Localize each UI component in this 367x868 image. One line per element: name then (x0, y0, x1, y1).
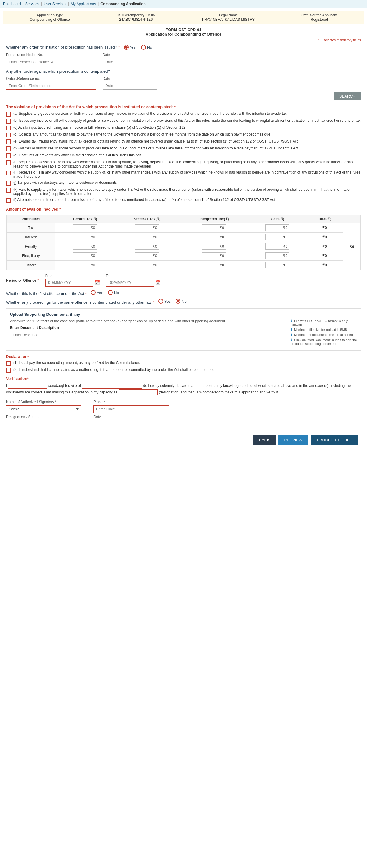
col-state: State/UT Tax(₹) (115, 215, 179, 223)
doc-desc-input[interactable] (10, 331, 88, 339)
declaration-checkbox-1[interactable] (6, 361, 11, 366)
fine-central[interactable] (55, 251, 115, 260)
prosecution-date-input[interactable] (103, 58, 157, 66)
verify-designation-input[interactable] (118, 389, 158, 395)
tax-cess[interactable] (249, 223, 306, 232)
violation-checkbox-j[interactable] (6, 181, 11, 186)
interest-integrated-input[interactable] (202, 234, 226, 241)
proceed-button[interactable]: PROCEED TO FILE (311, 435, 358, 445)
order-date-input[interactable] (103, 82, 157, 90)
violation-item-d: (d) Collects any amount as tax but fails… (6, 132, 361, 137)
fine-state-input[interactable] (135, 252, 159, 259)
col-integrated: Integrated Tax(₹) (179, 215, 249, 223)
declaration-text-2: (2) I understand that I cannot claim, as… (13, 368, 216, 372)
nav-user-services[interactable]: User Services (44, 2, 66, 6)
penalty-integrated-input[interactable] (202, 243, 226, 250)
violation-item-k: (k) Fails to supply any information whic… (6, 187, 361, 196)
violation-checkbox-d[interactable] (6, 132, 11, 137)
others-integrated[interactable] (179, 260, 249, 270)
violation-checkbox-a[interactable] (6, 112, 11, 117)
violation-checkbox-f[interactable] (6, 147, 11, 151)
tax-integrated[interactable] (179, 223, 249, 232)
violation-checkbox-b[interactable] (6, 119, 11, 124)
from-date-input[interactable] (45, 279, 93, 286)
penalty-central[interactable] (55, 242, 115, 251)
col-total: Total(₹) (306, 215, 343, 223)
violation-checkbox-c[interactable] (6, 126, 11, 130)
tax-central-input[interactable] (73, 224, 97, 231)
interest-central-input[interactable] (73, 234, 97, 241)
tax-central[interactable] (55, 223, 115, 232)
others-central-input[interactable] (73, 262, 97, 269)
penalty-state-input[interactable] (135, 243, 159, 250)
tax-integrated-input[interactable] (202, 224, 226, 231)
tax-state-input[interactable] (135, 224, 159, 231)
declaration-checkbox-2[interactable] (6, 368, 11, 373)
tax-total: ₹0 (306, 223, 343, 232)
status-label: Status of the Applicant (301, 13, 337, 17)
others-cess-input[interactable] (265, 262, 289, 269)
other-proceeding-yes-radio[interactable]: Yes (158, 299, 171, 304)
order-ref-label: Order /Reference no. (6, 76, 96, 81)
fine-cess[interactable] (249, 251, 306, 260)
fine-integrated[interactable] (179, 251, 249, 260)
order-ref-input[interactable] (6, 82, 96, 90)
violation-checkbox-l[interactable] (6, 198, 11, 203)
violation-checkbox-g[interactable] (6, 153, 11, 158)
prosecution-no-radio[interactable]: No (141, 45, 152, 50)
fine-central-input[interactable] (73, 252, 97, 259)
fine-state[interactable] (115, 251, 179, 260)
fine-cess-input[interactable] (265, 252, 289, 259)
others-state[interactable] (115, 260, 179, 270)
others-label: Others (7, 260, 55, 270)
nav-my-applications[interactable]: My Applications (71, 2, 96, 6)
penalty-cess-input[interactable] (265, 243, 289, 250)
other-proceeding-no-radio[interactable]: No (175, 299, 187, 304)
violation-checkbox-i[interactable] (6, 170, 11, 175)
tax-cess-input[interactable] (265, 224, 289, 231)
auth-signatory-select[interactable]: Select (6, 405, 81, 413)
place-input[interactable] (93, 405, 169, 413)
violation-item-a: (a) Supplies any goods or services or bo… (6, 112, 361, 117)
penalty-state[interactable] (115, 242, 179, 251)
penalty-integrated[interactable] (179, 242, 249, 251)
penalty-central-input[interactable] (73, 243, 97, 250)
nav-services[interactable]: Services (25, 2, 39, 6)
auth-signatory-row: Name of Authorized Signatory * Select Pl… (6, 400, 361, 413)
violation-checkbox-k[interactable] (6, 188, 11, 192)
interest-state[interactable] (115, 232, 179, 242)
prosecution-yes-radio[interactable]: Yes (124, 45, 136, 50)
to-date-input[interactable] (106, 279, 154, 286)
others-central[interactable] (55, 260, 115, 270)
place-label: Place * (93, 400, 169, 404)
first-offence-no-radio[interactable]: No (108, 290, 119, 295)
interest-central[interactable] (55, 232, 115, 242)
verification-text: I son/daughter/wife of do hereby solemnl… (6, 383, 361, 396)
penalty-total: ₹0 (306, 242, 343, 251)
penalty-label: Penalty (7, 242, 55, 251)
nav-dashboard[interactable]: Dashboard (3, 2, 21, 6)
interest-cess-input[interactable] (265, 234, 289, 241)
search-button[interactable]: SEARCH (334, 92, 361, 100)
declaration-item-1: (1) I shall pay the compounding amount, … (6, 361, 361, 366)
fine-integrated-input[interactable] (202, 252, 226, 259)
interest-state-input[interactable] (135, 234, 159, 241)
to-calendar-icon[interactable]: 📅 (155, 280, 161, 285)
violation-checkbox-h[interactable] (6, 160, 11, 165)
prosecution-notice-input[interactable] (6, 58, 96, 66)
violation-checkbox-e[interactable] (6, 140, 11, 144)
from-group: From 📅 (45, 274, 100, 286)
from-calendar-icon[interactable]: 📅 (95, 280, 100, 285)
interest-integrated[interactable] (179, 232, 249, 242)
others-state-input[interactable] (135, 262, 159, 269)
penalty-cess[interactable] (249, 242, 306, 251)
preview-button[interactable]: PREVIEW (278, 435, 308, 445)
tax-state[interactable] (115, 223, 179, 232)
verify-parent-input[interactable] (82, 383, 142, 389)
back-button[interactable]: BACK (253, 435, 276, 445)
first-offence-yes-radio[interactable]: Yes (91, 290, 103, 295)
others-cess[interactable] (249, 260, 306, 270)
others-integrated-input[interactable] (202, 262, 226, 269)
interest-cess[interactable] (249, 232, 306, 242)
verify-name-input[interactable] (8, 383, 47, 389)
